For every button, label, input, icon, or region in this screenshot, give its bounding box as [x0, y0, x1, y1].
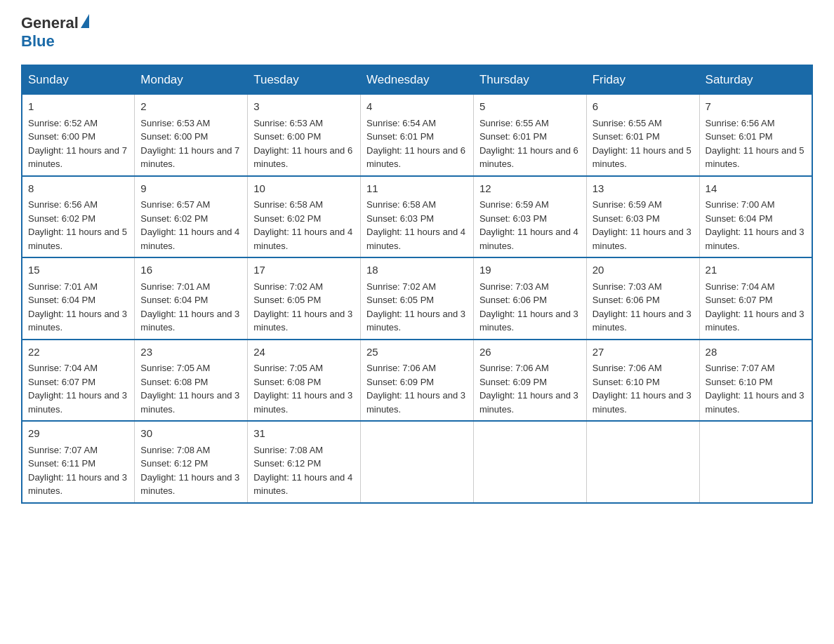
day-sunset: Sunset: 6:11 PM [28, 458, 95, 469]
day-daylight: Daylight: 11 hours and 7 minutes. [28, 145, 127, 170]
calendar-day-cell: 25 Sunrise: 7:06 AM Sunset: 6:09 PM Dayl… [361, 340, 474, 422]
day-sunset: Sunset: 6:04 PM [706, 213, 773, 224]
calendar-day-cell: 4 Sunrise: 6:54 AM Sunset: 6:01 PM Dayli… [361, 95, 474, 176]
calendar-day-cell: 16 Sunrise: 7:01 AM Sunset: 6:04 PM Dayl… [135, 257, 248, 340]
day-of-week-header-monday: Monday [135, 65, 248, 95]
calendar-day-cell: 17 Sunrise: 7:02 AM Sunset: 6:05 PM Dayl… [248, 257, 361, 340]
day-sunset: Sunset: 6:01 PM [479, 131, 547, 142]
day-sunset: Sunset: 6:00 PM [28, 131, 95, 142]
day-daylight: Daylight: 11 hours and 3 minutes. [593, 309, 691, 333]
day-sunrise: Sunrise: 7:08 AM [253, 445, 323, 455]
day-daylight: Daylight: 11 hours and 3 minutes. [706, 309, 805, 333]
day-sunset: Sunset: 6:04 PM [140, 295, 208, 305]
day-number: 18 [366, 262, 468, 279]
calendar-table: SundayMondayTuesdayWednesdayThursdayFrid… [21, 65, 813, 504]
day-sunrise: Sunrise: 6:53 AM [140, 118, 210, 128]
day-sunset: Sunset: 6:09 PM [366, 377, 434, 387]
day-number: 11 [366, 181, 468, 197]
day-daylight: Daylight: 11 hours and 3 minutes. [140, 472, 239, 497]
calendar-week-row: 15 Sunrise: 7:01 AM Sunset: 6:04 PM Dayl… [22, 257, 812, 340]
day-of-week-header-thursday: Thursday [473, 65, 586, 95]
day-number: 5 [479, 99, 581, 115]
calendar-day-cell: 19 Sunrise: 7:03 AM Sunset: 6:06 PM Dayl… [473, 257, 586, 340]
day-sunset: Sunset: 6:02 PM [253, 213, 321, 224]
day-number: 24 [253, 344, 355, 361]
day-number: 4 [366, 99, 468, 115]
day-daylight: Daylight: 11 hours and 3 minutes. [140, 390, 239, 415]
calendar-day-cell: 26 Sunrise: 7:06 AM Sunset: 6:09 PM Dayl… [473, 340, 586, 422]
day-sunset: Sunset: 6:09 PM [479, 377, 547, 387]
day-sunrise: Sunrise: 7:05 AM [253, 363, 323, 373]
day-number: 26 [479, 344, 581, 361]
day-daylight: Daylight: 11 hours and 3 minutes. [28, 390, 127, 415]
calendar-day-cell: 11 Sunrise: 6:58 AM Sunset: 6:03 PM Dayl… [361, 176, 474, 258]
day-sunrise: Sunrise: 6:58 AM [366, 199, 436, 210]
calendar-day-cell [473, 421, 586, 503]
day-daylight: Daylight: 11 hours and 5 minutes. [28, 227, 127, 251]
calendar-day-cell: 20 Sunrise: 7:03 AM Sunset: 6:06 PM Dayl… [586, 257, 699, 340]
day-daylight: Daylight: 11 hours and 3 minutes. [479, 390, 578, 415]
day-sunset: Sunset: 6:08 PM [140, 377, 208, 387]
day-number: 20 [593, 262, 694, 279]
calendar-day-cell [699, 421, 812, 503]
day-number: 9 [140, 181, 241, 197]
day-sunrise: Sunrise: 7:07 AM [28, 445, 98, 455]
day-daylight: Daylight: 11 hours and 3 minutes. [593, 390, 691, 415]
day-sunrise: Sunrise: 7:03 AM [479, 281, 549, 292]
calendar-day-cell [361, 421, 474, 503]
day-daylight: Daylight: 11 hours and 3 minutes. [706, 390, 805, 415]
day-daylight: Daylight: 11 hours and 4 minutes. [479, 227, 578, 251]
day-daylight: Daylight: 11 hours and 4 minutes. [140, 227, 239, 251]
calendar-day-cell: 30 Sunrise: 7:08 AM Sunset: 6:12 PM Dayl… [135, 421, 248, 503]
day-sunrise: Sunrise: 7:04 AM [706, 281, 775, 292]
day-number: 23 [140, 344, 241, 361]
logo-line2: Blue [21, 32, 55, 51]
calendar-day-cell: 24 Sunrise: 7:05 AM Sunset: 6:08 PM Dayl… [248, 340, 361, 422]
day-number: 27 [593, 344, 694, 361]
day-number: 16 [140, 262, 241, 279]
day-sunrise: Sunrise: 6:54 AM [366, 118, 436, 128]
logo: General Blue [21, 14, 89, 51]
day-sunrise: Sunrise: 7:06 AM [366, 363, 436, 373]
day-daylight: Daylight: 11 hours and 3 minutes. [140, 309, 239, 333]
day-sunrise: Sunrise: 7:05 AM [140, 363, 210, 373]
day-number: 17 [253, 262, 355, 279]
calendar-day-cell: 12 Sunrise: 6:59 AM Sunset: 6:03 PM Dayl… [473, 176, 586, 258]
day-daylight: Daylight: 11 hours and 7 minutes. [140, 145, 239, 170]
day-number: 8 [28, 181, 128, 197]
day-number: 30 [140, 426, 241, 442]
day-sunrise: Sunrise: 6:59 AM [593, 199, 662, 210]
day-number: 7 [706, 99, 806, 115]
day-sunset: Sunset: 6:00 PM [140, 131, 208, 142]
calendar-week-row: 8 Sunrise: 6:56 AM Sunset: 6:02 PM Dayli… [22, 176, 812, 258]
day-sunset: Sunset: 6:02 PM [28, 213, 95, 224]
day-of-week-header-wednesday: Wednesday [361, 65, 474, 95]
day-sunrise: Sunrise: 7:01 AM [140, 281, 210, 292]
calendar-day-cell: 2 Sunrise: 6:53 AM Sunset: 6:00 PM Dayli… [135, 95, 248, 176]
day-number: 2 [140, 99, 241, 115]
day-sunset: Sunset: 6:05 PM [253, 295, 321, 305]
day-sunset: Sunset: 6:07 PM [706, 295, 773, 305]
day-daylight: Daylight: 11 hours and 3 minutes. [28, 309, 127, 333]
day-sunrise: Sunrise: 6:59 AM [479, 199, 549, 210]
day-sunrise: Sunrise: 7:03 AM [593, 281, 662, 292]
calendar-day-cell: 1 Sunrise: 6:52 AM Sunset: 6:00 PM Dayli… [22, 95, 135, 176]
day-daylight: Daylight: 11 hours and 6 minutes. [366, 145, 465, 170]
day-number: 6 [593, 99, 694, 115]
day-of-week-header-tuesday: Tuesday [248, 65, 361, 95]
day-sunset: Sunset: 6:01 PM [366, 131, 434, 142]
day-daylight: Daylight: 11 hours and 3 minutes. [479, 309, 578, 333]
logo-blue-text: Blue [21, 32, 55, 50]
day-daylight: Daylight: 11 hours and 4 minutes. [253, 472, 352, 497]
day-daylight: Daylight: 11 hours and 3 minutes. [366, 309, 465, 333]
day-number: 22 [28, 344, 128, 361]
calendar-day-cell: 6 Sunrise: 6:55 AM Sunset: 6:01 PM Dayli… [586, 95, 699, 176]
day-sunset: Sunset: 6:02 PM [140, 213, 208, 224]
day-sunrise: Sunrise: 7:08 AM [140, 445, 210, 455]
calendar-day-cell: 29 Sunrise: 7:07 AM Sunset: 6:11 PM Dayl… [22, 421, 135, 503]
day-number: 21 [706, 262, 806, 279]
day-sunrise: Sunrise: 6:58 AM [253, 199, 323, 210]
day-daylight: Daylight: 11 hours and 3 minutes. [366, 390, 465, 415]
day-sunrise: Sunrise: 7:02 AM [253, 281, 323, 292]
day-sunrise: Sunrise: 7:01 AM [28, 281, 98, 292]
